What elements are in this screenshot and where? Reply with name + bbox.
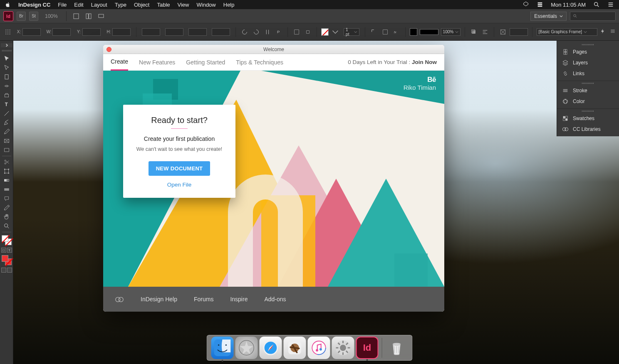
paragraph-style-icon[interactable]: P — [275, 27, 283, 37]
menubar-clock[interactable]: Mon 11:05 AM — [551, 2, 586, 8]
footer-inspire[interactable]: Inspire — [230, 296, 248, 303]
menu-help[interactable]: Help — [223, 2, 235, 8]
footer-help[interactable]: InDesign Help — [141, 296, 177, 303]
join-now-link[interactable]: Join Now — [412, 59, 437, 65]
dock-mail-icon[interactable] — [284, 337, 306, 359]
free-transform-tool-icon[interactable] — [1, 167, 12, 176]
y-field[interactable] — [82, 28, 101, 36]
zoom-tool-icon[interactable] — [1, 221, 12, 231]
footer-addons[interactable]: Add-ons — [264, 296, 286, 303]
content-collector-tool-icon[interactable] — [1, 91, 12, 100]
panel-color[interactable]: Color — [557, 96, 619, 107]
scissors-tool-icon[interactable] — [1, 157, 12, 167]
opacity-field[interactable]: 100% — [441, 28, 461, 36]
stroke-weight-field[interactable]: 1 pt — [344, 28, 359, 36]
dock-finder-icon[interactable] — [211, 337, 234, 359]
panel-grip-icon[interactable] — [2, 50, 11, 52]
eyedropper-tool-icon[interactable] — [1, 203, 12, 212]
menu-list-icon[interactable] — [607, 1, 614, 8]
dock-indesign-icon[interactable]: Id — [356, 337, 379, 359]
apple-menu-icon[interactable] — [5, 2, 11, 7]
panel-pages[interactable]: Pages — [557, 47, 619, 57]
close-button[interactable] — [106, 47, 111, 52]
dock-safari-icon[interactable] — [260, 337, 282, 359]
options-menu-icon[interactable] — [610, 28, 616, 36]
app-name[interactable]: InDesign CC — [18, 2, 50, 8]
note-tool-icon[interactable] — [1, 194, 12, 203]
tab-getting-started[interactable]: Getting Started — [186, 54, 225, 71]
fill-stroke-swatch[interactable] — [2, 235, 12, 245]
h-field[interactable] — [112, 28, 131, 36]
menu-edit[interactable]: Edit — [74, 2, 83, 8]
pencil-tool-icon[interactable] — [1, 127, 12, 136]
select-container-icon[interactable] — [292, 27, 301, 37]
view-options-icon[interactable] — [72, 12, 81, 21]
zoom-level[interactable]: 100% — [42, 13, 61, 19]
menu-layout[interactable]: Layout — [91, 2, 107, 8]
align-icon[interactable] — [481, 27, 490, 37]
menu-type[interactable]: Type — [115, 2, 126, 8]
creative-cloud-icon[interactable] — [522, 1, 529, 8]
rotate-cw-icon[interactable] — [252, 27, 260, 37]
flip-horizontal-icon[interactable] — [263, 27, 272, 37]
dock-trash-icon[interactable] — [386, 337, 408, 359]
tab-tips[interactable]: Tips & Techniques — [236, 54, 283, 71]
text-wrap-icon[interactable] — [381, 27, 389, 37]
gradient-swatch-tool-icon[interactable] — [1, 176, 12, 185]
page-tool-icon[interactable] — [1, 72, 12, 81]
scale-x-field[interactable] — [142, 28, 160, 36]
spotlight-icon[interactable] — [593, 1, 600, 8]
formatting-text-icon[interactable]: T — [7, 248, 12, 253]
menu-object[interactable]: Object — [134, 2, 150, 8]
menu-table[interactable]: Table — [157, 2, 170, 8]
tab-new-features[interactable]: New Features — [139, 54, 175, 71]
hand-tool-icon[interactable] — [1, 212, 12, 221]
dock-system-preferences-icon[interactable] — [332, 337, 354, 359]
rotate-field[interactable] — [188, 28, 207, 36]
bridge-button[interactable]: Br — [17, 12, 26, 21]
dock-itunes-icon[interactable] — [308, 337, 330, 359]
open-file-link[interactable]: Open File — [132, 182, 226, 188]
footer-forums[interactable]: Forums — [194, 296, 213, 303]
gap-tool-icon[interactable] — [1, 81, 12, 91]
menu-file[interactable]: File — [58, 2, 67, 8]
pen-tool-icon[interactable] — [1, 118, 12, 127]
direct-selection-tool-icon[interactable] — [1, 63, 12, 72]
frame-fitting-icon[interactable] — [498, 27, 507, 37]
apply-color-swatch[interactable] — [2, 255, 12, 265]
welcome-titlebar[interactable]: Welcome — [103, 45, 444, 54]
rotate-ccw-icon[interactable] — [240, 27, 249, 37]
new-document-button[interactable]: NEW DOCUMENT — [149, 161, 210, 176]
shear-field[interactable] — [212, 28, 230, 36]
w-field[interactable] — [52, 28, 71, 36]
corner-options-icon[interactable] — [369, 27, 378, 37]
panel-cc-libraries[interactable]: CC Libraries — [557, 124, 619, 135]
line-tool-icon[interactable] — [1, 109, 12, 118]
x-field[interactable] — [22, 28, 41, 36]
select-content-icon[interactable] — [304, 27, 312, 37]
drop-shadow-icon[interactable] — [469, 27, 478, 37]
effects-fx-icon[interactable]: fx — [392, 27, 401, 37]
scale-y-field[interactable] — [165, 28, 183, 36]
dock-launchpad-icon[interactable] — [235, 337, 258, 359]
notification-center-icon[interactable] — [537, 1, 543, 8]
gradient-feather-tool-icon[interactable] — [1, 185, 12, 194]
panel-layers[interactable]: Layers — [557, 57, 619, 68]
reference-point-icon[interactable] — [3, 27, 12, 37]
fill-swatch[interactable] — [321, 28, 329, 36]
stock-button[interactable]: St — [29, 12, 38, 21]
expand-panel-icon[interactable] — [1, 43, 12, 47]
panel-stroke[interactable]: Stroke — [557, 85, 619, 96]
selection-tool-icon[interactable] — [1, 54, 12, 63]
panel-links[interactable]: Links — [557, 68, 619, 79]
stroke-style-preview[interactable] — [420, 29, 438, 35]
menu-view[interactable]: View — [178, 2, 189, 8]
view-mode-normal-icon[interactable] — [1, 268, 6, 273]
tab-create[interactable]: Create — [111, 54, 128, 71]
formatting-container-icon[interactable]: □ — [1, 248, 6, 253]
panel-swatches[interactable]: Swatches — [557, 113, 619, 124]
gpu-preview-icon[interactable] — [600, 28, 606, 36]
help-search[interactable] — [570, 12, 616, 21]
rectangle-frame-tool-icon[interactable] — [1, 136, 12, 145]
menu-window[interactable]: Window — [197, 2, 216, 8]
